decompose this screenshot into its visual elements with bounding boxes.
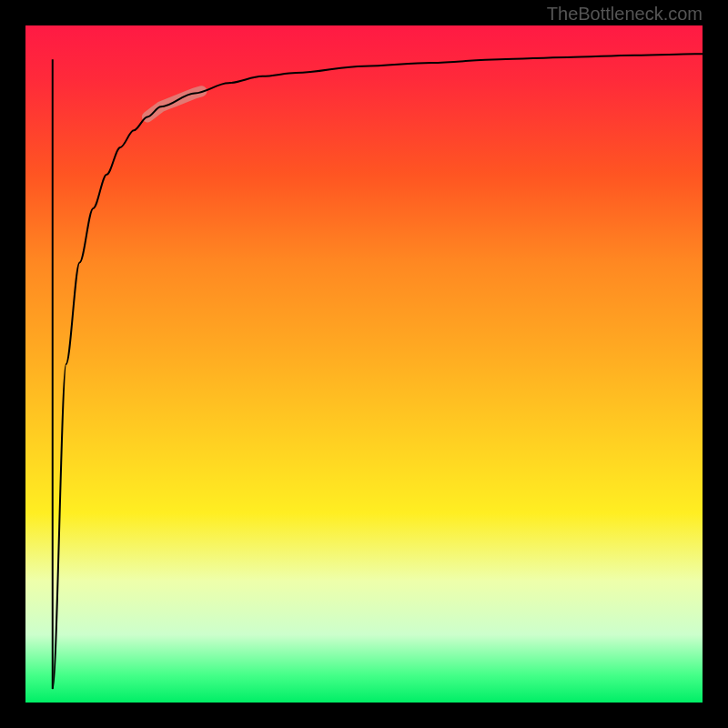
watermark-text: TheBottleneck.com	[547, 4, 703, 25]
chart-svg	[25, 25, 703, 703]
chart-plot-area	[25, 25, 703, 703]
highlight-segment	[147, 91, 202, 116]
rising-curve-line	[53, 54, 703, 689]
